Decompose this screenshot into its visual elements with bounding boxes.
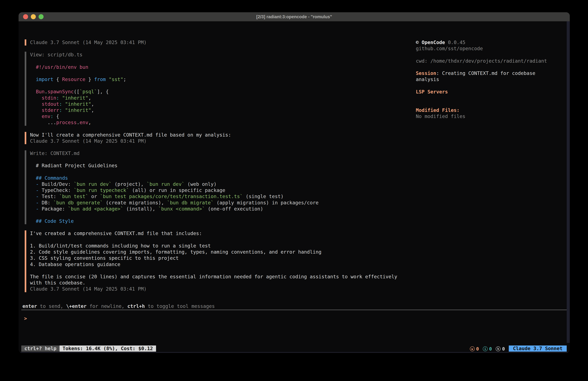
text-line	[30, 237, 409, 243]
text-line: stderr: "inherit",	[30, 107, 409, 113]
text-line	[416, 52, 555, 58]
hint-diagnostic: h0	[496, 346, 505, 352]
text-line: 2. Code style guidelines covering import…	[30, 249, 409, 255]
text-line	[30, 212, 409, 218]
text-segment: `bun test packages/core/test/transaction…	[100, 194, 243, 199]
text-segment: spawnSync	[47, 89, 74, 94]
text-segment: ctrl+h	[127, 303, 145, 309]
text-line: Write: CONTEXT.md	[30, 150, 409, 157]
text-line	[416, 95, 555, 101]
text-line: import { Resource } from "sst";	[30, 76, 409, 83]
prompt-indicator: >	[24, 316, 27, 321]
text-segment: for newline,	[86, 303, 127, 309]
text-line: I've created a comprehensive CONTEXT.md …	[30, 230, 409, 237]
text-line: View: script/db.ts	[30, 52, 409, 58]
text-segment	[30, 107, 42, 113]
text-segment: Modified Files:	[416, 107, 460, 113]
maximize-button[interactable]	[39, 14, 43, 19]
status-bar: ctrl+? help Tokens: 16.4K (8%), Cost: $0…	[19, 345, 570, 352]
text-segment: -	[36, 206, 39, 212]
text-line: Claude 3.7 Sonnet (14 May 2025 03:41 PM)	[30, 39, 409, 45]
text-segment: DB:	[39, 200, 53, 205]
text-line: enter to send, \+enter for newline, ctrl…	[22, 303, 215, 309]
info-icon: i	[483, 346, 488, 351]
warning-diagnostic: w0	[470, 346, 479, 352]
info-count: 0	[489, 346, 492, 352]
text-segment: (install),	[123, 206, 158, 212]
terminal-window: [2/3] radiant:3:opencode - "romulus" Cla…	[19, 12, 570, 353]
text-segment: -	[36, 194, 39, 199]
text-line: - DB: `bun db generate` (create migratio…	[30, 200, 409, 206]
text-segment: with this codebase.	[30, 280, 85, 286]
text-segment: ,	[91, 107, 94, 113]
text-segment: github.com/sst/opencode	[416, 46, 483, 51]
text-line: - Package: `bun add <package>` (install)…	[30, 206, 409, 212]
text-segment: from	[94, 77, 106, 82]
text-segment: The file is concise (20 lines) and captu…	[30, 274, 397, 279]
tmux-window-list: [radiant] 1:nvim 2:zsh- 3:opencode* 4:zs…	[21, 352, 141, 353]
text-line: ## Commands	[30, 175, 409, 181]
text-segment: View: script/db.ts	[30, 52, 83, 57]
text-segment: env	[42, 113, 50, 119]
text-segment: ...	[30, 120, 56, 125]
text-line: with this codebase.	[30, 280, 409, 286]
minimize-button[interactable]	[31, 14, 36, 19]
text-line: No modified files	[416, 113, 555, 119]
window-titlebar[interactable]: [2/3] radiant:3:opencode - "romulus"	[19, 12, 570, 21]
text-segment: (project),	[112, 181, 147, 187]
text-segment: ## Code Style	[30, 218, 74, 224]
warning-count: 0	[476, 346, 479, 352]
tool-output-block: Write: CONTEXT.md # Radiant Project Guid…	[25, 150, 409, 224]
text-segment: `bun test`	[59, 194, 88, 199]
text-line	[416, 101, 555, 107]
text-segment	[30, 194, 36, 199]
text-segment	[30, 113, 42, 119]
text-segment: ], {	[97, 89, 109, 94]
text-segment: Resource	[62, 77, 85, 82]
text-segment: env	[80, 120, 88, 125]
text-line: Session: Creating CONTEXT.md for codebas…	[416, 70, 555, 83]
hint-icon: h	[496, 346, 501, 351]
text-line	[30, 83, 409, 89]
assistant-message-block: Claude 3.7 Sonnet (14 May 2025 03:41 PM)	[25, 39, 409, 45]
window-title: [2/3] radiant:3:opencode - "romulus"	[256, 14, 332, 19]
model-badge[interactable]: Claude 3.7 Sonnet	[509, 345, 567, 352]
text-segment	[30, 64, 36, 70]
text-segment: # Radiant Project Guidelines	[30, 163, 117, 168]
text-segment: -	[36, 181, 39, 187]
close-button[interactable]	[23, 14, 28, 19]
text-line: cwd: /home/thdxr/dev/projects/radiant/ra…	[416, 58, 555, 64]
text-line	[30, 58, 409, 64]
text-segment	[106, 77, 109, 82]
text-segment	[62, 101, 65, 107]
chat-area: Claude 3.7 Sonnet (14 May 2025 03:41 PM)…	[25, 39, 409, 298]
text-segment: :	[50, 113, 53, 119]
text-line	[30, 268, 409, 274]
text-segment: process	[56, 120, 77, 125]
text-segment: ([	[74, 89, 80, 94]
text-segment: 4. Database operations guidance	[30, 262, 120, 267]
text-segment: `bun run dev`	[74, 181, 112, 187]
text-segment: Test:	[39, 194, 59, 199]
text-segment: Write: CONTEXT.md	[30, 151, 80, 156]
text-segment: Claude 3.7 Sonnet (14 May 2025 03:41 PM)	[30, 40, 147, 45]
text-segment	[59, 95, 62, 101]
text-segment: stdin	[42, 95, 56, 101]
text-segment: #!/usr/bin/env bun	[36, 64, 88, 70]
text-segment: ;	[123, 77, 126, 82]
prompt-input-row[interactable]: >	[24, 315, 27, 322]
text-segment: LSP Servers	[416, 89, 448, 95]
text-line	[416, 83, 555, 89]
text-segment: import	[36, 77, 53, 82]
text-segment: Bun	[36, 89, 44, 94]
text-line: 4. Database operations guidance	[30, 261, 409, 268]
text-segment: "inherit"	[65, 107, 91, 113]
scrollbar-track[interactable]	[567, 21, 570, 343]
text-segment: 3. CSS styling conventions specific to t…	[30, 255, 179, 261]
text-line: Bun.spawnSync([`psql`], {	[30, 89, 409, 95]
text-line: LSP Servers	[416, 89, 555, 95]
text-line	[30, 169, 409, 175]
text-line: ## Code Style	[30, 218, 409, 224]
text-segment: cwd: /home/thdxr/dev/projects/radiant/ra…	[416, 58, 547, 64]
assistant-message-block: I've created a comprehensive CONTEXT.md …	[25, 230, 409, 292]
